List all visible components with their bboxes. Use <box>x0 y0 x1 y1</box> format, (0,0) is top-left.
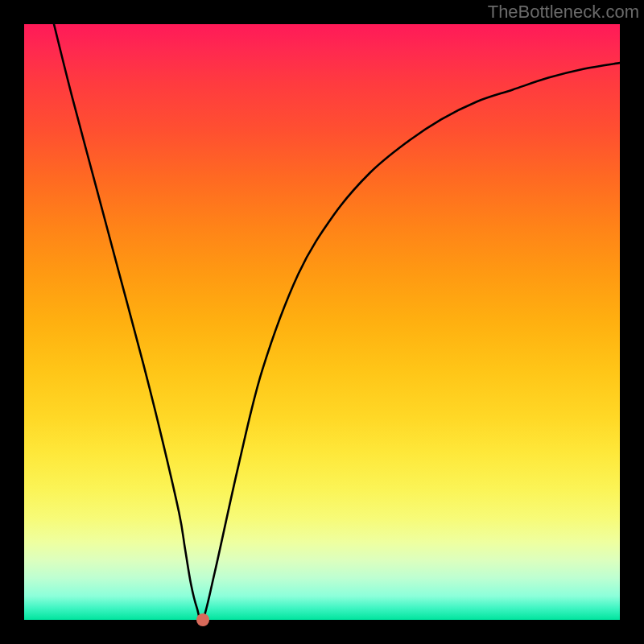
curve-svg <box>24 24 620 620</box>
optimal-point-marker <box>196 613 209 626</box>
bottleneck-curve <box>54 24 620 620</box>
chart-container: TheBottleneck.com <box>0 0 644 644</box>
plot-area <box>24 24 620 620</box>
watermark-text: TheBottleneck.com <box>488 2 639 23</box>
